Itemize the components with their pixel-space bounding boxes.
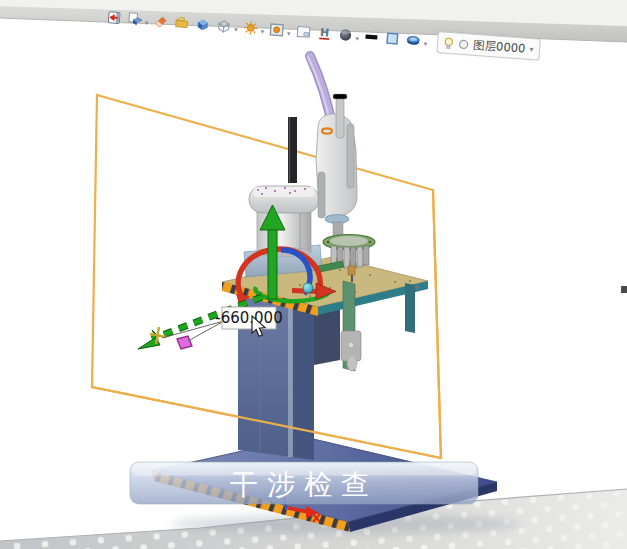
eraser-icon[interactable] [152, 12, 170, 30]
dropdown-caret-icon[interactable]: ▾ [355, 35, 359, 42]
table-leg-right [405, 283, 415, 333]
render-sun-icon[interactable] [241, 19, 259, 37]
chevron-down-icon[interactable]: ▾ [529, 44, 534, 53]
effector-nozzle [348, 266, 355, 275]
image-icon[interactable] [268, 21, 286, 39]
dimension-value[interactable]: -660.000 [215, 309, 282, 327]
z-axis-rod [336, 98, 344, 138]
exit-icon[interactable] [105, 8, 123, 26]
lens-icon[interactable] [404, 31, 422, 49]
section-h-icon[interactable]: H [315, 24, 333, 42]
overlay-banner: 干涉检查 [130, 462, 478, 504]
dropdown-caret-icon[interactable]: ▾ [287, 30, 291, 37]
banner-text: 干涉检查 [230, 468, 378, 501]
edge-artifact [621, 286, 627, 293]
viewport-canvas[interactable]: -660.000 干涉检查 [0, 0, 627, 549]
dropdown-caret-icon[interactable]: ▾ [145, 19, 149, 26]
layer-name[interactable]: 图层0000 [473, 37, 526, 56]
light-bulb-icon [443, 36, 455, 50]
triad-center-ball[interactable] [303, 283, 313, 293]
black-bar-icon[interactable] [362, 28, 380, 46]
dropdown-caret-icon[interactable]: ▾ [234, 26, 238, 33]
view-manager-icon[interactable] [125, 10, 143, 28]
circle-icon [458, 38, 470, 50]
vertical-post[interactable] [288, 117, 297, 183]
solid-cube-icon[interactable] [194, 15, 212, 33]
cad-application-window: -660.000 干涉检查 ▾▾▾▾H▾▾ 图层0000 [0, 0, 627, 549]
wireframe-cube-icon[interactable] [215, 17, 233, 35]
window-icon[interactable] [294, 23, 312, 41]
shaded-sphere-icon[interactable] [336, 26, 354, 44]
dropdown-caret-icon[interactable]: ▾ [423, 40, 427, 47]
dropdown-caret-icon[interactable]: ▾ [260, 28, 264, 35]
folder-icon[interactable] [173, 14, 191, 32]
viewport-square-icon[interactable] [383, 29, 401, 47]
magenta-handle[interactable] [177, 336, 192, 349]
